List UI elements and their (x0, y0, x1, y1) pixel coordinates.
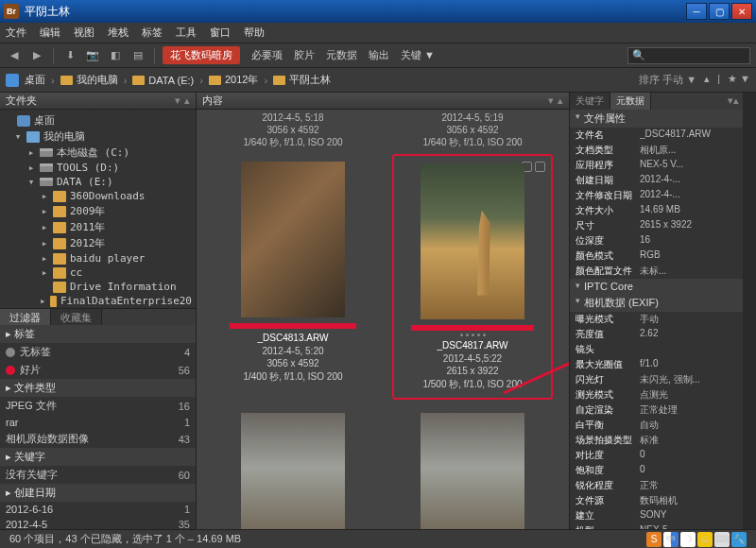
tray-icon[interactable]: 🔧 (731, 532, 747, 547)
search-box[interactable]: 🔍 (627, 47, 750, 64)
prop-row: 自定渲染正常处理 (570, 402, 743, 418)
filter-group-header[interactable]: ▸ 文件类型 (0, 379, 196, 397)
content-panel-header: 内容 ▾▴ (197, 93, 569, 110)
tab-collections[interactable]: 收藏集 (51, 309, 102, 325)
thumb-meta: 2012-4-5, 5:183056 x 45921/640 秒, f/1.0,… (213, 110, 373, 154)
breadcrumb-item[interactable]: 桌面 (25, 73, 45, 87)
prop-row: 颜色模式RGB (570, 248, 743, 264)
search-icon: 🔍 (632, 49, 645, 61)
maximize-button[interactable]: ▢ (709, 3, 730, 20)
tab-filter[interactable]: 过滤器 (0, 309, 51, 325)
tray-icon[interactable]: 中 (663, 532, 679, 547)
tab-keywords[interactable]: 关键字 (570, 93, 610, 110)
filter-row[interactable]: 相机原始数据图像43 (0, 430, 196, 448)
tree-item[interactable]: ▸本地磁盘 (C:) (0, 145, 196, 161)
metadata-list: 文件属性文件名_DSC4817.ARW文档类型相机原...应用程序NEX-5 V… (570, 110, 743, 529)
prop-row: 测光模式点测光 (570, 387, 743, 402)
folder-tree[interactable]: 桌面▾我的电脑▸本地磁盘 (C:)▸TOOLS (D:)▾DATA (E:)▸3… (0, 110, 196, 308)
breadcrumb-item[interactable]: 平阴土林 (273, 73, 331, 87)
window-title: 平阴土林 (25, 4, 686, 20)
tray-icon[interactable]: S (646, 532, 662, 547)
tree-item[interactable]: ▸baidu player (0, 251, 196, 265)
tray-icon[interactable]: ☺ (697, 532, 713, 547)
tree-item[interactable]: ▸2012年 (0, 235, 196, 251)
tree-item[interactable]: 桌面 (0, 112, 196, 128)
tree-item[interactable]: ▸FinalDataEnterprise20 (0, 294, 196, 308)
tray-icon[interactable]: ☽ (680, 532, 696, 547)
tree-item[interactable]: ▸cc (0, 265, 196, 280)
menu-item[interactable]: 编辑 (40, 26, 60, 40)
breadcrumb-item[interactable]: 2012年 (209, 73, 258, 87)
prop-row: 最大光圈值f/1.0 (570, 357, 743, 372)
filter-row[interactable]: 没有关键字60 (0, 466, 196, 484)
menu-item[interactable]: 窗口 (210, 26, 231, 40)
tree-item[interactable]: ▸2009年 (0, 203, 196, 219)
tree-item[interactable]: ▸TOOLS (D:) (0, 161, 196, 175)
tree-item[interactable]: ▸2011年 (0, 219, 196, 235)
tab-metadata[interactable]: 元数据 (610, 93, 651, 110)
sort-asc-icon[interactable]: ▴ (704, 73, 710, 87)
filter-group-header[interactable]: ▸ 标签 (0, 325, 196, 343)
toolbar-item[interactable]: 输出 (369, 48, 389, 62)
filter-star[interactable]: ★ ▼ (728, 73, 750, 87)
desktop-icon[interactable] (6, 74, 19, 87)
close-button[interactable]: ✕ (731, 3, 752, 20)
toolbar: ◀ ▶ ⬇ 📷 ◧ ▤ 花飞数码暗房 必要项胶片元数据输出关键 ▼ 🔍 (0, 43, 756, 68)
menu-item[interactable]: 标签 (142, 26, 163, 40)
prop-row: 文件名_DSC4817.ARW (570, 128, 743, 143)
menu-item[interactable]: 堆栈 (108, 26, 129, 40)
filter-panel: ▸ 标签无标签4好片56▸ 文件类型JPEG 文件16rar1相机原始数据图像4… (0, 325, 196, 529)
camera-icon[interactable]: 📷 (84, 47, 101, 64)
filter-group-header[interactable]: ▸ 关键字 (0, 448, 196, 466)
prop-row: 建立SONY (570, 508, 743, 523)
thumbnail-image[interactable] (421, 413, 524, 529)
menu-item[interactable]: 帮助 (244, 26, 265, 40)
thumbnail-grid[interactable]: 2012-4-5, 5:183056 x 45921/640 秒, f/1.0,… (197, 110, 569, 529)
breadcrumb-item[interactable]: 我的电脑 (60, 73, 118, 87)
toolbar-item[interactable]: 必要项 (251, 48, 283, 62)
thumbnail[interactable]: _DSC4817.ARW2012-4-5,5:222615 x 39221/50… (392, 154, 553, 400)
tree-item[interactable]: ▾我的电脑 (0, 128, 196, 145)
refine-icon[interactable]: ◧ (107, 47, 124, 64)
tray-icon[interactable]: ⌨ (714, 532, 730, 547)
thumb-meta: 2012-4-5, 5:193056 x 45921/640 秒, f/1.0,… (392, 110, 553, 154)
tree-item[interactable]: Drive Information (0, 280, 196, 294)
scrollbar[interactable] (743, 93, 756, 529)
prop-section-header[interactable]: IPTC Core (570, 279, 743, 294)
prop-section-header[interactable]: 相机数据 (EXIF) (570, 294, 743, 312)
search-input[interactable] (645, 50, 746, 60)
prop-row: 机型NEX-5 (570, 523, 743, 529)
filter-row[interactable]: 2012-4-535 (0, 517, 196, 529)
breadcrumb-item[interactable]: DATA (E:) (132, 75, 194, 86)
download-icon[interactable]: ⬇ (61, 47, 78, 64)
prop-row: 文档类型相机原... (570, 143, 743, 158)
tree-item[interactable]: ▾DATA (E:) (0, 175, 196, 189)
prop-row: 曝光模式手动 (570, 312, 743, 327)
filter-row[interactable]: 无标签4 (0, 343, 196, 361)
thumbnail-image[interactable] (241, 413, 345, 529)
prop-row: 锐化程度正常 (570, 478, 743, 493)
filter-row[interactable]: 2012-6-161 (0, 502, 196, 517)
prop-section-header[interactable]: 文件属性 (570, 110, 743, 128)
thumbnail[interactable]: _DSC4813.ARW2012-4-5, 5:203056 x 45921/4… (213, 154, 373, 400)
menu-item[interactable]: 文件 (6, 26, 26, 40)
statusbar: 60 个项目，43 个已隐藏，选中了 1 个 – 14.69 MB S 中 ☽ … (0, 529, 756, 548)
tree-item[interactable]: ▸360Downloads (0, 189, 196, 203)
menu-item[interactable]: 工具 (176, 26, 197, 40)
back-icon[interactable]: ◀ (6, 47, 23, 64)
filter-row[interactable]: JPEG 文件16 (0, 397, 196, 415)
output-icon[interactable]: ▤ (129, 47, 146, 64)
prop-row: 应用程序NEX-5 V... (570, 158, 743, 173)
minimize-button[interactable]: ─ (686, 3, 707, 20)
sort-dropdown[interactable]: 排序 手动 ▼ (639, 73, 696, 87)
app-icon: Br (4, 4, 19, 19)
filter-row[interactable]: rar1 (0, 415, 196, 430)
menu-item[interactable]: 视图 (74, 26, 94, 40)
filter-group-header[interactable]: ▸ 创建日期 (0, 484, 196, 502)
toolbar-item[interactable]: 关键 ▼ (401, 48, 435, 62)
toolbar-item[interactable]: 胶片 (294, 48, 315, 62)
toolbar-item[interactable]: 元数据 (326, 48, 357, 62)
prop-row: 对比度0 (570, 448, 743, 463)
filter-row[interactable]: 好片56 (0, 361, 196, 379)
forward-icon[interactable]: ▶ (28, 47, 45, 64)
